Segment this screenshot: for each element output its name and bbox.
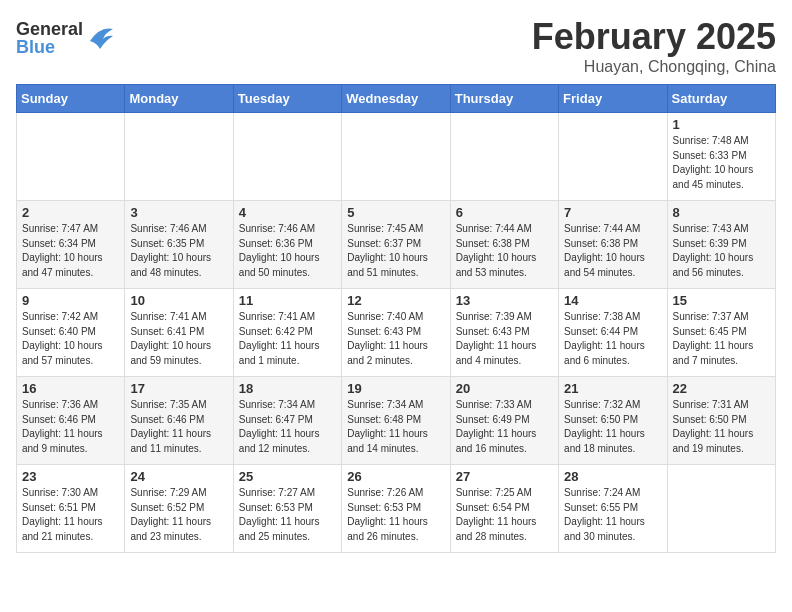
calendar-table: Sunday Monday Tuesday Wednesday Thursday… bbox=[16, 84, 776, 553]
day-info: Sunrise: 7:36 AM Sunset: 6:46 PM Dayligh… bbox=[22, 398, 119, 456]
day-info: Sunrise: 7:35 AM Sunset: 6:46 PM Dayligh… bbox=[130, 398, 227, 456]
day-number: 12 bbox=[347, 293, 444, 308]
header-wednesday: Wednesday bbox=[342, 85, 450, 113]
table-row: 18Sunrise: 7:34 AM Sunset: 6:47 PM Dayli… bbox=[233, 377, 341, 465]
day-number: 26 bbox=[347, 469, 444, 484]
day-number: 3 bbox=[130, 205, 227, 220]
table-row: 27Sunrise: 7:25 AM Sunset: 6:54 PM Dayli… bbox=[450, 465, 558, 553]
table-row bbox=[125, 113, 233, 201]
calendar-week-row: 9Sunrise: 7:42 AM Sunset: 6:40 PM Daylig… bbox=[17, 289, 776, 377]
table-row: 9Sunrise: 7:42 AM Sunset: 6:40 PM Daylig… bbox=[17, 289, 125, 377]
logo-general-text: General bbox=[16, 19, 83, 39]
table-row: 5Sunrise: 7:45 AM Sunset: 6:37 PM Daylig… bbox=[342, 201, 450, 289]
day-info: Sunrise: 7:38 AM Sunset: 6:44 PM Dayligh… bbox=[564, 310, 661, 368]
day-info: Sunrise: 7:26 AM Sunset: 6:53 PM Dayligh… bbox=[347, 486, 444, 544]
table-row: 22Sunrise: 7:31 AM Sunset: 6:50 PM Dayli… bbox=[667, 377, 775, 465]
calendar-week-row: 2Sunrise: 7:47 AM Sunset: 6:34 PM Daylig… bbox=[17, 201, 776, 289]
day-number: 24 bbox=[130, 469, 227, 484]
header-tuesday: Tuesday bbox=[233, 85, 341, 113]
day-info: Sunrise: 7:27 AM Sunset: 6:53 PM Dayligh… bbox=[239, 486, 336, 544]
day-number: 1 bbox=[673, 117, 770, 132]
day-info: Sunrise: 7:34 AM Sunset: 6:48 PM Dayligh… bbox=[347, 398, 444, 456]
table-row: 3Sunrise: 7:46 AM Sunset: 6:35 PM Daylig… bbox=[125, 201, 233, 289]
day-info: Sunrise: 7:37 AM Sunset: 6:45 PM Dayligh… bbox=[673, 310, 770, 368]
calendar-subtitle: Huayan, Chongqing, China bbox=[532, 58, 776, 76]
day-number: 19 bbox=[347, 381, 444, 396]
logo-icon bbox=[85, 21, 115, 51]
day-info: Sunrise: 7:30 AM Sunset: 6:51 PM Dayligh… bbox=[22, 486, 119, 544]
day-info: Sunrise: 7:48 AM Sunset: 6:33 PM Dayligh… bbox=[673, 134, 770, 192]
logo-blue-text: Blue bbox=[16, 38, 83, 56]
day-number: 20 bbox=[456, 381, 553, 396]
day-number: 28 bbox=[564, 469, 661, 484]
table-row: 28Sunrise: 7:24 AM Sunset: 6:55 PM Dayli… bbox=[559, 465, 667, 553]
day-number: 16 bbox=[22, 381, 119, 396]
day-number: 25 bbox=[239, 469, 336, 484]
day-info: Sunrise: 7:41 AM Sunset: 6:42 PM Dayligh… bbox=[239, 310, 336, 368]
calendar-title: February 2025 bbox=[532, 16, 776, 58]
day-info: Sunrise: 7:39 AM Sunset: 6:43 PM Dayligh… bbox=[456, 310, 553, 368]
day-number: 6 bbox=[456, 205, 553, 220]
table-row: 2Sunrise: 7:47 AM Sunset: 6:34 PM Daylig… bbox=[17, 201, 125, 289]
table-row: 20Sunrise: 7:33 AM Sunset: 6:49 PM Dayli… bbox=[450, 377, 558, 465]
table-row: 21Sunrise: 7:32 AM Sunset: 6:50 PM Dayli… bbox=[559, 377, 667, 465]
day-info: Sunrise: 7:45 AM Sunset: 6:37 PM Dayligh… bbox=[347, 222, 444, 280]
day-info: Sunrise: 7:47 AM Sunset: 6:34 PM Dayligh… bbox=[22, 222, 119, 280]
day-info: Sunrise: 7:25 AM Sunset: 6:54 PM Dayligh… bbox=[456, 486, 553, 544]
page-header: General Blue February 2025 Huayan, Chong… bbox=[16, 16, 776, 76]
day-number: 11 bbox=[239, 293, 336, 308]
header-monday: Monday bbox=[125, 85, 233, 113]
calendar-week-row: 16Sunrise: 7:36 AM Sunset: 6:46 PM Dayli… bbox=[17, 377, 776, 465]
calendar-header-row: Sunday Monday Tuesday Wednesday Thursday… bbox=[17, 85, 776, 113]
day-info: Sunrise: 7:40 AM Sunset: 6:43 PM Dayligh… bbox=[347, 310, 444, 368]
day-number: 7 bbox=[564, 205, 661, 220]
day-number: 23 bbox=[22, 469, 119, 484]
table-row: 6Sunrise: 7:44 AM Sunset: 6:38 PM Daylig… bbox=[450, 201, 558, 289]
calendar-week-row: 23Sunrise: 7:30 AM Sunset: 6:51 PM Dayli… bbox=[17, 465, 776, 553]
table-row: 23Sunrise: 7:30 AM Sunset: 6:51 PM Dayli… bbox=[17, 465, 125, 553]
table-row: 17Sunrise: 7:35 AM Sunset: 6:46 PM Dayli… bbox=[125, 377, 233, 465]
day-info: Sunrise: 7:24 AM Sunset: 6:55 PM Dayligh… bbox=[564, 486, 661, 544]
day-number: 18 bbox=[239, 381, 336, 396]
day-info: Sunrise: 7:29 AM Sunset: 6:52 PM Dayligh… bbox=[130, 486, 227, 544]
day-info: Sunrise: 7:46 AM Sunset: 6:35 PM Dayligh… bbox=[130, 222, 227, 280]
table-row bbox=[342, 113, 450, 201]
day-number: 8 bbox=[673, 205, 770, 220]
day-number: 9 bbox=[22, 293, 119, 308]
table-row bbox=[233, 113, 341, 201]
day-number: 4 bbox=[239, 205, 336, 220]
table-row: 7Sunrise: 7:44 AM Sunset: 6:38 PM Daylig… bbox=[559, 201, 667, 289]
day-info: Sunrise: 7:46 AM Sunset: 6:36 PM Dayligh… bbox=[239, 222, 336, 280]
day-number: 5 bbox=[347, 205, 444, 220]
calendar-week-row: 1Sunrise: 7:48 AM Sunset: 6:33 PM Daylig… bbox=[17, 113, 776, 201]
logo-general: General bbox=[16, 20, 83, 38]
header-saturday: Saturday bbox=[667, 85, 775, 113]
day-number: 15 bbox=[673, 293, 770, 308]
table-row: 4Sunrise: 7:46 AM Sunset: 6:36 PM Daylig… bbox=[233, 201, 341, 289]
table-row: 24Sunrise: 7:29 AM Sunset: 6:52 PM Dayli… bbox=[125, 465, 233, 553]
day-info: Sunrise: 7:34 AM Sunset: 6:47 PM Dayligh… bbox=[239, 398, 336, 456]
table-row: 8Sunrise: 7:43 AM Sunset: 6:39 PM Daylig… bbox=[667, 201, 775, 289]
day-number: 10 bbox=[130, 293, 227, 308]
day-number: 27 bbox=[456, 469, 553, 484]
day-number: 22 bbox=[673, 381, 770, 396]
table-row bbox=[667, 465, 775, 553]
table-row bbox=[559, 113, 667, 201]
day-number: 17 bbox=[130, 381, 227, 396]
table-row: 26Sunrise: 7:26 AM Sunset: 6:53 PM Dayli… bbox=[342, 465, 450, 553]
table-row: 10Sunrise: 7:41 AM Sunset: 6:41 PM Dayli… bbox=[125, 289, 233, 377]
table-row: 11Sunrise: 7:41 AM Sunset: 6:42 PM Dayli… bbox=[233, 289, 341, 377]
day-number: 21 bbox=[564, 381, 661, 396]
day-info: Sunrise: 7:32 AM Sunset: 6:50 PM Dayligh… bbox=[564, 398, 661, 456]
day-number: 14 bbox=[564, 293, 661, 308]
table-row bbox=[17, 113, 125, 201]
table-row: 14Sunrise: 7:38 AM Sunset: 6:44 PM Dayli… bbox=[559, 289, 667, 377]
day-info: Sunrise: 7:44 AM Sunset: 6:38 PM Dayligh… bbox=[564, 222, 661, 280]
header-friday: Friday bbox=[559, 85, 667, 113]
day-info: Sunrise: 7:44 AM Sunset: 6:38 PM Dayligh… bbox=[456, 222, 553, 280]
day-info: Sunrise: 7:31 AM Sunset: 6:50 PM Dayligh… bbox=[673, 398, 770, 456]
day-info: Sunrise: 7:42 AM Sunset: 6:40 PM Dayligh… bbox=[22, 310, 119, 368]
table-row bbox=[450, 113, 558, 201]
table-row: 15Sunrise: 7:37 AM Sunset: 6:45 PM Dayli… bbox=[667, 289, 775, 377]
day-info: Sunrise: 7:41 AM Sunset: 6:41 PM Dayligh… bbox=[130, 310, 227, 368]
